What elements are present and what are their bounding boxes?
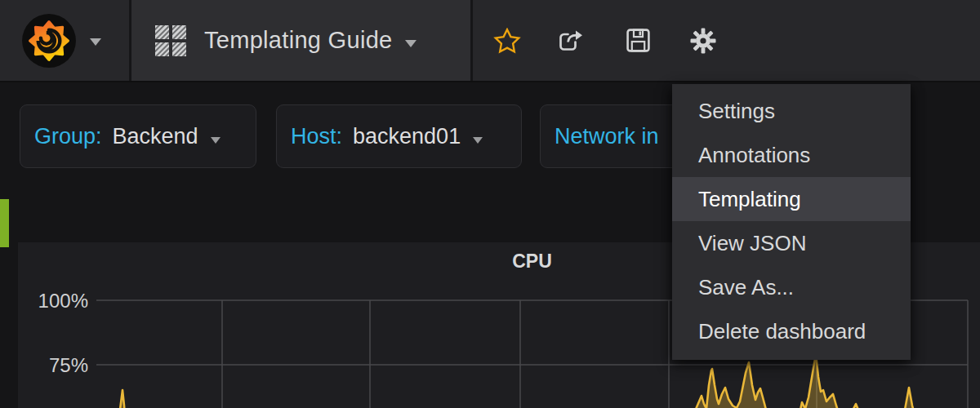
variable-selector-host[interactable]: Host: backend01 <box>276 104 522 168</box>
star-button[interactable] <box>488 0 527 81</box>
variable-label: Group: <box>34 124 102 149</box>
dashboard-grid-icon <box>155 25 186 56</box>
menu-item-templating[interactable]: Templating <box>672 177 911 221</box>
menu-item-delete-dashboard[interactable]: Delete dashboard <box>672 309 911 353</box>
grafana-logo-icon[interactable] <box>21 13 77 69</box>
menu-item-settings[interactable]: Settings <box>672 89 911 133</box>
menu-item-view-json[interactable]: View JSON <box>672 221 911 265</box>
grafana-logo-section[interactable] <box>0 0 129 81</box>
variable-label: Network in <box>555 124 659 149</box>
variable-selector-group[interactable]: Group: Backend <box>20 104 256 168</box>
save-icon <box>626 28 651 53</box>
navbar-divider <box>470 0 473 81</box>
variable-value: backend01 <box>353 124 461 149</box>
star-icon <box>493 28 521 54</box>
chevron-down-icon <box>211 137 220 144</box>
top-navbar: Templating Guide <box>0 0 980 82</box>
chevron-down-icon <box>473 137 483 144</box>
chevron-down-icon <box>405 40 416 47</box>
variable-label: Host: <box>291 124 342 149</box>
dashboard-title-dropdown[interactable]: Templating Guide <box>131 0 470 81</box>
variable-value: Backend <box>113 124 198 149</box>
dashboard-settings-button[interactable] <box>686 0 720 81</box>
share-icon <box>557 29 584 53</box>
save-button[interactable] <box>621 0 655 81</box>
share-button[interactable] <box>552 0 588 81</box>
dashboard-settings-menu: Settings Annotations Templating View JSO… <box>672 84 911 360</box>
chevron-down-icon <box>90 38 101 46</box>
menu-item-annotations[interactable]: Annotations <box>672 133 911 177</box>
settings-gear-icon <box>690 28 716 54</box>
menu-item-save-as[interactable]: Save As... <box>672 265 911 309</box>
dashboard-title: Templating Guide <box>204 27 392 54</box>
row-collapse-handle[interactable] <box>0 199 9 247</box>
